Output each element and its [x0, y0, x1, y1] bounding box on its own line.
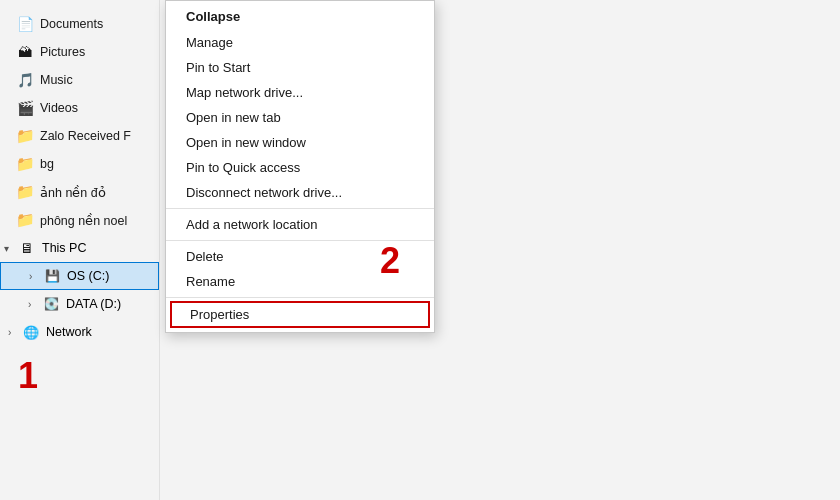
menu-item-map-drive[interactable]: Map network drive...: [166, 80, 434, 105]
drive-icon: 💾: [43, 267, 61, 285]
folder-icon: 📁: [16, 155, 34, 173]
sidebar-item-label: Zalo Received F: [40, 129, 131, 143]
folder-icon: 📁: [16, 127, 34, 145]
folder-icon: 📁: [16, 183, 34, 201]
expand-arrow-icon: ›: [29, 271, 41, 282]
context-menu: Collapse Manage Pin to Start Map network…: [165, 0, 435, 333]
this-pc-label: This PC: [42, 241, 86, 255]
sidebar-item-pictures[interactable]: 🏔 Pictures: [0, 38, 159, 66]
network-icon: 🌐: [22, 323, 40, 341]
pictures-icon: 🏔: [16, 43, 34, 61]
menu-item-open-new-window[interactable]: Open in new window: [166, 130, 434, 155]
documents-icon: 📄: [16, 15, 34, 33]
menu-item-manage[interactable]: Manage: [166, 30, 434, 55]
annotation-number-1: 1: [18, 355, 38, 397]
sidebar-item-phongnoel[interactable]: 📁 phông nền noel: [0, 206, 159, 234]
sidebar-item-bg[interactable]: 📁 bg: [0, 150, 159, 178]
os-drive-label: OS (C:): [67, 269, 109, 283]
sidebar-item-label: ảnh nền đỏ: [40, 185, 106, 200]
sidebar-item-videos[interactable]: 🎬 Videos: [0, 94, 159, 122]
menu-item-pin-start[interactable]: Pin to Start: [166, 55, 434, 80]
sidebar-item-label: Music: [40, 73, 73, 87]
sidebar-item-documents[interactable]: 📄 Documents: [0, 10, 159, 38]
network-label: Network: [46, 325, 92, 339]
sidebar-item-label: phông nền noel: [40, 213, 127, 228]
sidebar-item-label: Pictures: [40, 45, 85, 59]
music-icon: 🎵: [16, 71, 34, 89]
sidebar-item-label: Videos: [40, 101, 78, 115]
menu-item-properties[interactable]: Properties: [170, 301, 430, 328]
expand-arrow-icon: ›: [28, 299, 40, 310]
network-item[interactable]: › 🌐 Network: [0, 318, 159, 346]
os-drive-item[interactable]: › 💾 OS (C:): [0, 262, 159, 290]
this-pc-header[interactable]: ▾ 🖥 This PC: [0, 234, 159, 262]
menu-divider: [166, 208, 434, 209]
menu-divider: [166, 297, 434, 298]
annotation-number-2: 2: [380, 240, 400, 282]
menu-item-open-new-tab[interactable]: Open in new tab: [166, 105, 434, 130]
sidebar-item-anhen[interactable]: 📁 ảnh nền đỏ: [0, 178, 159, 206]
data-drive-item[interactable]: › 💽 DATA (D:): [0, 290, 159, 318]
sidebar-item-label: bg: [40, 157, 54, 171]
menu-item-pin-quick[interactable]: Pin to Quick access: [166, 155, 434, 180]
expand-arrow-icon: ›: [8, 327, 20, 338]
menu-item-collapse[interactable]: Collapse: [166, 3, 434, 30]
menu-item-add-network[interactable]: Add a network location: [166, 212, 434, 237]
sidebar-item-music[interactable]: 🎵 Music: [0, 66, 159, 94]
sidebar-item-zalo[interactable]: 📁 Zalo Received F: [0, 122, 159, 150]
computer-icon: 🖥: [18, 239, 36, 257]
sidebar-item-label: Documents: [40, 17, 103, 31]
videos-icon: 🎬: [16, 99, 34, 117]
drive-icon: 💽: [42, 295, 60, 313]
sidebar: 📄 Documents 🏔 Pictures 🎵 Music 🎬 Videos …: [0, 0, 160, 500]
data-drive-label: DATA (D:): [66, 297, 121, 311]
folder-icon: 📁: [16, 211, 34, 229]
menu-item-disconnect[interactable]: Disconnect network drive...: [166, 180, 434, 205]
expand-arrow-icon: ▾: [4, 243, 16, 254]
